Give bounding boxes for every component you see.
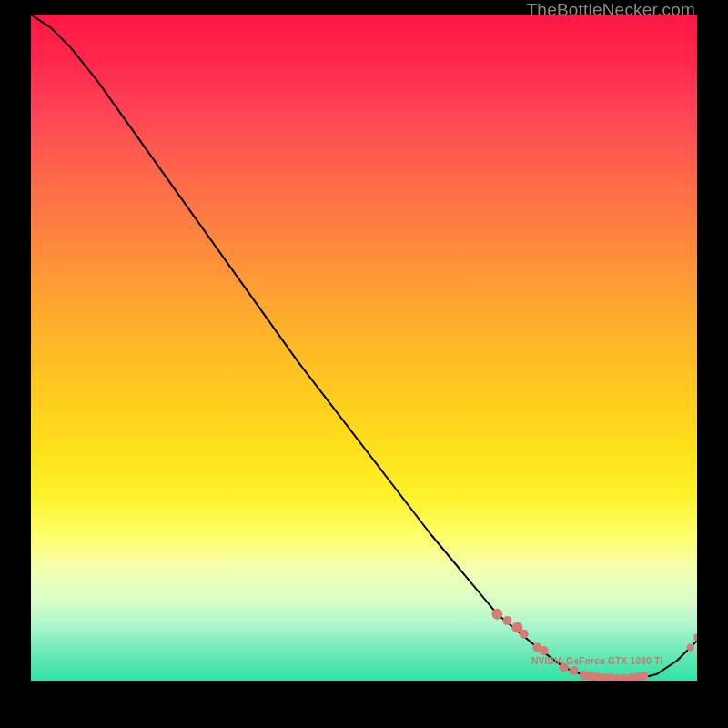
data-point: [520, 630, 529, 639]
data-point: [502, 616, 511, 625]
data-point: [570, 666, 579, 675]
data-point: [540, 646, 549, 655]
data-point: [687, 643, 694, 651]
bottleneck-curve: [31, 15, 697, 681]
data-point: [693, 633, 697, 641]
data-points: [491, 609, 697, 681]
data-point: [639, 672, 648, 681]
series-label: NVIDIA GeForce GTX 1080 Ti: [531, 656, 663, 666]
chart-overlay: NVIDIA GeForce GTX 1080 Ti: [31, 15, 697, 681]
data-point: [491, 609, 502, 620]
